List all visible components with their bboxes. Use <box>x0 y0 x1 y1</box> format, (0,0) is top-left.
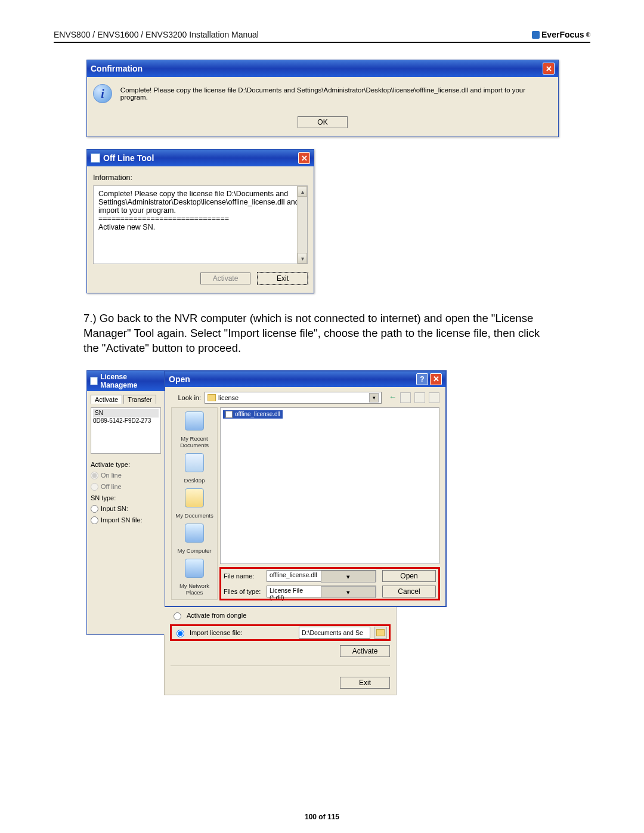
chevron-down-icon[interactable]: ▾ <box>321 571 376 583</box>
chevron-down-icon[interactable]: ▾ <box>369 393 379 402</box>
open-file-dialog: Open ? ✕ Look in: license ▾ ← <box>164 370 447 607</box>
confirmation-dialog: Confirmation ✕ i Complete! Please copy t… <box>86 60 559 137</box>
browse-icon[interactable] <box>374 627 387 639</box>
sn-list[interactable]: SN 0D89-5142-F9D2-273 <box>91 407 161 454</box>
sn-value[interactable]: 0D89-5142-F9D2-273 <box>93 417 159 424</box>
file-name-value: offline_license.dll <box>267 571 321 581</box>
confirmation-title: Confirmation <box>91 64 143 73</box>
mydocs-icon[interactable] <box>185 488 204 507</box>
instruction-step-7: 7.) Go back to the NVR computer (which i… <box>83 311 549 356</box>
radio-import-sn[interactable]: Import SN file: <box>91 516 161 524</box>
brand-logo-icon <box>532 31 540 39</box>
file-icon <box>225 411 233 418</box>
activate-button: Activate <box>200 272 250 284</box>
radio-import-license-file[interactable]: Import license file: <box>174 628 243 637</box>
tab-transfer[interactable]: Transfer <box>123 395 156 404</box>
files-of-type-value: License File (*.dll) <box>267 586 321 597</box>
place-mycomputer[interactable]: My Computer <box>177 547 211 554</box>
page-header: ENVS800 / ENVS1600 / ENVS3200 Installati… <box>54 30 590 43</box>
scrollbar[interactable]: ▴ ▾ <box>297 186 307 264</box>
license-manager-title: License Manageme <box>100 373 162 389</box>
file-list[interactable]: offline_license.dll <box>220 407 439 564</box>
place-mydocs[interactable]: My Documents <box>175 512 213 519</box>
license-manager-window: License Manageme Activate Transfer SN 0D… <box>86 370 165 635</box>
tab-activate[interactable]: Activate <box>91 395 122 404</box>
app-icon <box>91 153 100 163</box>
activate-button[interactable]: Activate <box>340 645 390 657</box>
offline-tool-dialog: Off Line Tool ✕ Information: Complete! P… <box>86 149 314 293</box>
files-of-type-combo[interactable]: License File (*.dll) ▾ <box>267 586 376 597</box>
license-path-field[interactable]: D:\Documents and Se <box>299 627 370 639</box>
brand-name: EverFocus <box>541 30 584 39</box>
chevron-down-icon[interactable]: ▾ <box>321 586 376 598</box>
offline-titlebar[interactable]: Off Line Tool ✕ <box>87 150 314 166</box>
look-in-label: Look in: <box>171 394 201 401</box>
radio-activate-from-dongle[interactable]: Activate from dongle <box>171 611 390 620</box>
scroll-down-icon[interactable]: ▾ <box>298 253 307 264</box>
folder-icon <box>208 394 216 401</box>
open-dialog-title: Open <box>169 374 190 384</box>
mycomputer-icon[interactable] <box>185 524 204 543</box>
radio-online[interactable]: On line <box>91 472 161 479</box>
desktop-icon[interactable] <box>185 453 204 472</box>
sn-type-label: SN type: <box>91 494 161 501</box>
confirmation-message: Complete! Please copy the license file D… <box>120 86 552 101</box>
up-folder-icon[interactable] <box>400 392 411 403</box>
place-mynetwork[interactable]: My Network Places <box>173 583 216 596</box>
cancel-button[interactable]: Cancel <box>382 586 436 597</box>
exit-button[interactable]: Exit <box>258 272 308 284</box>
mynetwork-icon[interactable] <box>185 559 204 578</box>
exit-button[interactable]: Exit <box>340 677 390 689</box>
license-manager-lower-panel: Activate from dongle Import license file… <box>164 607 397 695</box>
activate-type-label: Activate type: <box>91 461 161 468</box>
confirmation-titlebar[interactable]: Confirmation ✕ <box>87 60 558 77</box>
radio-offline[interactable]: Off line <box>91 483 161 491</box>
close-icon[interactable]: ✕ <box>298 152 310 164</box>
file-name-label: File name: <box>224 572 262 580</box>
close-icon[interactable]: ✕ <box>543 63 555 75</box>
back-icon[interactable]: ← <box>389 392 397 403</box>
scroll-up-icon[interactable]: ▴ <box>298 186 307 197</box>
folder-icon <box>376 629 385 636</box>
file-name-combo[interactable]: offline_license.dll ▾ <box>267 570 376 582</box>
information-text: Complete! Please copy the license file D… <box>98 190 302 231</box>
sn-header: SN <box>93 409 159 417</box>
view-menu-icon[interactable] <box>429 392 439 403</box>
page-footer: 100 of 115 <box>0 813 644 821</box>
information-label: Information: <box>93 174 308 182</box>
look-in-value: license <box>218 394 239 401</box>
place-desktop[interactable]: Desktop <box>184 477 205 484</box>
offline-title: Off Line Tool <box>103 153 154 163</box>
brand-logo-area: EverFocus ® <box>532 30 590 39</box>
close-icon[interactable]: ✕ <box>430 373 442 385</box>
info-icon: i <box>93 84 112 103</box>
open-button[interactable]: Open <box>382 570 436 582</box>
brand-reg: ® <box>586 32 590 38</box>
doc-title: ENVS800 / ENVS1600 / ENVS3200 Installati… <box>54 30 259 39</box>
confirmation-content: i Complete! Please copy the license file… <box>93 84 552 103</box>
file-item[interactable]: offline_license.dll <box>223 410 283 419</box>
places-bar: My Recent Documents Desktop My Documents… <box>171 407 218 600</box>
new-folder-icon[interactable] <box>414 392 425 403</box>
recent-docs-icon[interactable] <box>185 411 204 431</box>
help-icon[interactable]: ? <box>416 373 428 385</box>
look-in-dropdown[interactable]: license ▾ <box>205 392 382 404</box>
place-recent[interactable]: My Recent Documents <box>173 435 216 448</box>
open-dialog-titlebar[interactable]: Open ? ✕ <box>165 371 445 387</box>
app-icon <box>90 377 98 385</box>
license-manager-titlebar[interactable]: License Manageme <box>87 371 165 391</box>
information-textarea[interactable]: Complete! Please copy the license file D… <box>93 185 308 264</box>
files-of-type-label: Files of type: <box>224 588 262 595</box>
ok-button[interactable]: OK <box>298 116 348 128</box>
radio-input-sn[interactable]: Input SN: <box>91 505 161 513</box>
